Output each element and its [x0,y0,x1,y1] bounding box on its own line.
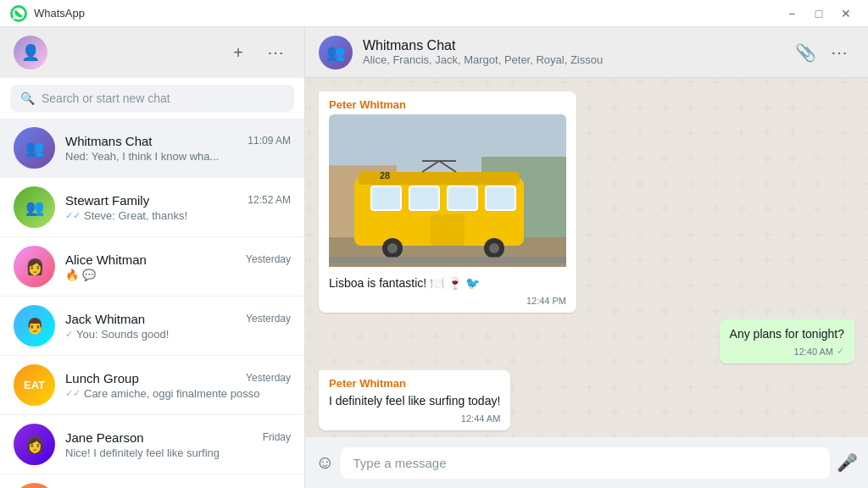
svg-point-13 [387,243,398,253]
titlebar: WhatsApp − □ ✕ [0,0,868,27]
sidebar: 👤 + ⋯ 🔍 👥 Whitmans Chat [0,27,305,488]
chat-item-whitmans[interactable]: 👥 Whitmans Chat 11:09 AM Ned: Yeah, I th… [0,119,304,178]
svg-rect-8 [409,186,439,210]
chat-item-jane[interactable]: 👩 Jane Pearson Friday Nice! I definitely… [0,415,304,474]
chat-item-peter[interactable]: 👨 Peter Whitman Friday Yeah, I think I k… [0,474,304,488]
msg-footer: 12:44 AM [329,413,500,424]
messages-list: Peter Whitman [305,78,868,437]
chat-area: 👥 Whitmans Chat Alice, Francis, Jack, Ma… [305,27,868,488]
chat-list: 👥 Whitmans Chat 11:09 AM Ned: Yeah, I th… [0,119,304,488]
svg-rect-11 [431,214,465,246]
msg-text: I definitely feel like surfing today! [329,393,500,410]
msg-time: 12:40 AM [794,347,833,357]
app-title: WhatsApp [34,7,780,19]
message-peter-surfing: Peter Whitman I definitely feel like sur… [319,370,510,430]
chat-more-button[interactable]: ⋯ [824,37,854,68]
msg-text: Any plans for tonight? [730,326,844,343]
chat-header-name: Whitmans Chat [363,38,780,53]
message-outgoing-plans: Any plans for tonight? 12:40 AM ✓ [720,319,854,364]
chat-header-members: Alice, Francis, Jack, Margot, Peter, Roy… [363,53,780,66]
window-controls: − □ ✕ [780,2,858,25]
chat-header-info[interactable]: Whitmans Chat Alice, Francis, Jack, Marg… [363,38,780,66]
chat-name: Whitmans Chat [65,134,153,148]
svg-rect-10 [486,186,515,210]
message-input[interactable] [341,447,830,479]
msg-caption: Lisboa is fantastic! 🍽️ 🍷 🐦 [329,275,566,292]
message-peter-image: Peter Whitman [319,92,576,313]
search-icon: 🔍 [20,92,35,105]
double-tick-icon: ✓✓ [65,210,81,221]
double-tick-icon: ✓✓ [65,388,81,399]
msg-sender-peter: Peter Whitman [329,377,500,390]
svg-rect-7 [371,186,401,210]
mic-button[interactable]: 🎤 [837,452,858,473]
tick-icon: ✓ [65,329,73,340]
sidebar-actions: + ⋯ [223,37,291,68]
msg-time: 12:44 PM [526,296,566,306]
delivered-tick-icon: ✓ [837,346,844,357]
svg-rect-9 [448,186,477,210]
chat-item-lunch[interactable]: EAT Lunch Group Yesterday ✓✓ Care amiche… [0,356,304,415]
msg-image: 28 [329,114,566,270]
svg-text:28: 28 [380,170,390,180]
app-logo [10,5,27,22]
chat-header-avatar[interactable]: 👥 [319,36,353,69]
chat-item-alice[interactable]: 👩 Alice Whitman Yesterday 🔥 💬 [0,237,304,297]
msg-time: 12:44 AM [461,413,500,424]
more-options-button[interactable]: ⋯ [260,37,291,68]
msg-footer: 12:44 PM [329,296,566,306]
maximize-button[interactable]: □ [807,2,831,25]
bubble-outgoing: Any plans for tonight? 12:40 AM ✓ [720,319,854,364]
msg-sender: Peter Whitman [329,98,566,111]
svg-point-15 [489,243,499,253]
main-layout: 👤 + ⋯ 🔍 👥 Whitmans Chat [0,27,868,488]
emoji-button[interactable]: ☺ [315,452,334,474]
sidebar-header: 👤 + ⋯ [0,27,304,78]
chat-preview: Ned: Yeah, I think I know wha... [65,150,291,163]
close-button[interactable]: ✕ [834,2,858,25]
chat-item-jack[interactable]: 👨 Jack Whitman Yesterday ✓ You: Sounds g… [0,297,304,356]
chat-item-stewart[interactable]: 👥 Stewart Family 12:52 AM ✓✓ Steve: Grea… [0,178,304,237]
msg-footer: 12:40 AM ✓ [730,346,844,357]
minimize-button[interactable]: − [780,2,804,25]
chat-info-whitmans: Whitmans Chat 11:09 AM Ned: Yeah, I thin… [65,134,291,163]
search-input[interactable] [42,85,284,112]
bubble-incoming: Peter Whitman [319,92,576,313]
chat-header: 👥 Whitmans Chat Alice, Francis, Jack, Ma… [305,27,868,78]
search-bar: 🔍 [0,78,304,119]
search-input-wrapper: 🔍 [10,85,294,112]
attachment-button[interactable]: 📎 [790,37,821,68]
bubble-incoming: Peter Whitman I definitely feel like sur… [319,370,510,430]
user-avatar[interactable]: 👤 [14,36,47,69]
chat-header-actions: 📎 ⋯ [790,37,854,68]
new-chat-button[interactable]: + [223,37,253,68]
chat-time: 11:09 AM [248,135,291,147]
message-input-area: ☺ 🎤 [305,437,868,488]
